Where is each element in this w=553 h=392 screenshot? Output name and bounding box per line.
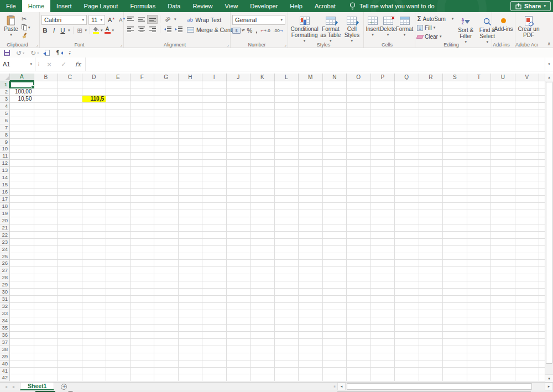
cell-F23[interactable]: [131, 239, 155, 246]
cell-N3[interactable]: [323, 96, 347, 103]
cell-U6[interactable]: [491, 117, 515, 124]
cell-P22[interactable]: [371, 232, 395, 239]
cell-T25[interactable]: [467, 253, 492, 260]
cell-F10[interactable]: [131, 145, 155, 153]
cell-A2[interactable]: 100,00: [10, 88, 34, 96]
cell-C31[interactable]: [58, 296, 82, 303]
cell-K39[interactable]: [251, 353, 275, 360]
cell-E16[interactable]: [106, 189, 131, 196]
cell-H28[interactable]: [179, 274, 203, 281]
cell-N10[interactable]: [323, 145, 347, 153]
orientation-button[interactable]: ab: [163, 15, 173, 23]
cell-O38[interactable]: [347, 346, 371, 353]
cell-U41[interactable]: [491, 368, 515, 375]
cell-F5[interactable]: [131, 110, 155, 117]
column-header-N[interactable]: N: [323, 74, 347, 81]
cell-A22[interactable]: [10, 232, 34, 239]
cell-F13[interactable]: [131, 167, 155, 174]
cell-L8[interactable]: [275, 132, 299, 139]
cell-T15[interactable]: [467, 181, 492, 189]
cell-I8[interactable]: [202, 132, 227, 139]
cell-S20[interactable]: [443, 217, 467, 224]
cell-D24[interactable]: [82, 246, 107, 253]
cell-Q24[interactable]: [395, 246, 419, 253]
cell-T18[interactable]: [467, 203, 492, 210]
cell-Q12[interactable]: [395, 160, 419, 167]
cell-J42[interactable]: [227, 374, 251, 381]
cell-G30[interactable]: [154, 289, 179, 296]
row-header-19[interactable]: 19: [0, 210, 10, 217]
cell-O15[interactable]: [347, 181, 371, 189]
cell-G10[interactable]: [154, 145, 179, 153]
cell-M15[interactable]: [299, 181, 323, 189]
cell-T30[interactable]: [467, 289, 492, 296]
tab-scrollbar-splitter[interactable]: ⁞⁞: [333, 383, 337, 390]
cell-J29[interactable]: [227, 281, 251, 289]
cell-E28[interactable]: [106, 274, 131, 281]
cell-T21[interactable]: [467, 224, 492, 232]
cell-J12[interactable]: [227, 160, 251, 167]
cell-L40[interactable]: [275, 360, 299, 368]
cell-H22[interactable]: [179, 232, 203, 239]
cell-T42[interactable]: [467, 374, 492, 381]
cell-U18[interactable]: [491, 203, 515, 210]
cell-J11[interactable]: [227, 153, 251, 160]
cell-L18[interactable]: [275, 203, 299, 210]
cell-I24[interactable]: [202, 246, 227, 253]
cell-R9[interactable]: [419, 139, 444, 146]
row-header-15[interactable]: 15: [0, 181, 10, 189]
name-box-resize-handle[interactable]: ⁞: [35, 58, 42, 71]
cell-B19[interactable]: [34, 210, 59, 217]
cell-N33[interactable]: [323, 310, 347, 317]
cell-Q19[interactable]: [395, 210, 419, 217]
cell-D34[interactable]: [82, 317, 107, 325]
cell-R40[interactable]: [419, 360, 444, 368]
cell-M9[interactable]: [299, 139, 323, 146]
cell-N19[interactable]: [323, 210, 347, 217]
cell-M8[interactable]: [299, 132, 323, 139]
cell-J31[interactable]: [227, 296, 251, 303]
cell-C26[interactable]: [58, 260, 82, 267]
cell-V27[interactable]: [515, 267, 540, 274]
cell-T17[interactable]: [467, 196, 492, 203]
cell-I20[interactable]: [202, 217, 227, 224]
cell-A33[interactable]: [10, 310, 34, 317]
row-header-26[interactable]: 26: [0, 260, 10, 267]
cell-partial-14[interactable]: [539, 174, 545, 181]
cell-Q25[interactable]: [395, 253, 419, 260]
cell-V6[interactable]: [515, 117, 540, 124]
cell-K5[interactable]: [251, 110, 275, 117]
cell-O31[interactable]: [347, 296, 371, 303]
cell-J38[interactable]: [227, 346, 251, 353]
cell-I41[interactable]: [202, 368, 227, 375]
cell-F20[interactable]: [131, 217, 155, 224]
cell-C40[interactable]: [58, 360, 82, 368]
cell-Q26[interactable]: [395, 260, 419, 267]
cell-L30[interactable]: [275, 289, 299, 296]
menu-tab-developer[interactable]: Developer: [244, 0, 284, 12]
cell-B7[interactable]: [34, 124, 59, 132]
cell-E38[interactable]: [106, 346, 131, 353]
cell-O42[interactable]: [347, 374, 371, 381]
accounting-format-button[interactable]: $ ▾: [232, 28, 244, 34]
cell-E21[interactable]: [106, 224, 131, 232]
cell-L28[interactable]: [275, 274, 299, 281]
cell-R4[interactable]: [419, 103, 444, 110]
cell-R15[interactable]: [419, 181, 444, 189]
cell-H3[interactable]: [179, 96, 203, 103]
cell-A4[interactable]: [10, 103, 34, 110]
cell-partial-38[interactable]: [539, 346, 545, 353]
cell-G36[interactable]: [154, 332, 179, 339]
cell-partial-24[interactable]: [539, 246, 545, 253]
cell-V1[interactable]: [515, 81, 540, 88]
cell-S5[interactable]: [443, 110, 467, 117]
cell-G28[interactable]: [154, 274, 179, 281]
name-box[interactable]: A1 ▾: [0, 58, 35, 71]
cell-V14[interactable]: [515, 174, 540, 181]
cell-D17[interactable]: [82, 196, 107, 203]
cell-B17[interactable]: [34, 196, 59, 203]
cell-M22[interactable]: [299, 232, 323, 239]
cell-N22[interactable]: [323, 232, 347, 239]
cell-Q10[interactable]: [395, 145, 419, 153]
cell-M32[interactable]: [299, 303, 323, 310]
